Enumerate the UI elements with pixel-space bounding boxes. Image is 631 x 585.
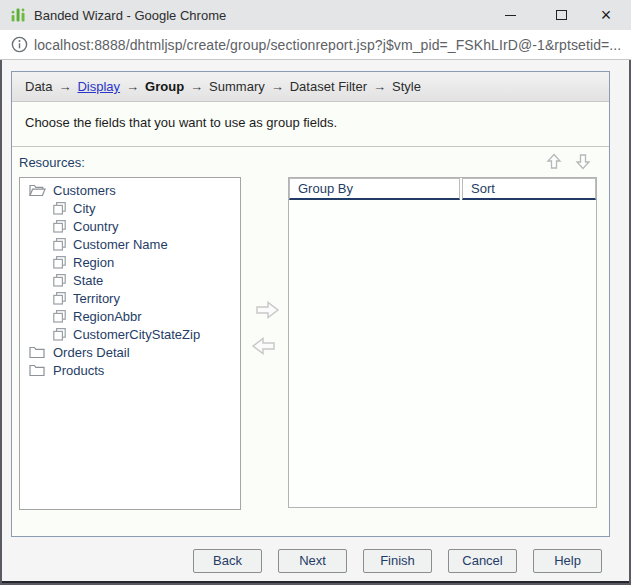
remove-group-arrow[interactable] [250, 336, 276, 356]
tree-node-label: Region [73, 255, 114, 270]
resources-tree: Customers City Country [19, 177, 241, 510]
tree-node-state[interactable]: State [20, 271, 240, 289]
step-group: Group [145, 79, 184, 94]
window-title: Banded Wizard - Google Chrome [34, 0, 226, 30]
tree-node-country[interactable]: Country [20, 217, 240, 235]
folder-open-icon [29, 183, 46, 197]
tree-node-customercitystatezip[interactable]: CustomerCityStateZip [20, 325, 240, 343]
breadcrumb-arrow: → [190, 79, 203, 94]
breadcrumb-arrow: → [373, 79, 386, 94]
browser-popup-window: Banded Wizard - Google Chrome × localhos… [0, 0, 631, 585]
wizard-dialog: Data→Display→Group→Summary→Dataset Filte… [11, 71, 610, 537]
field-icon [53, 328, 66, 341]
field-icon [53, 292, 66, 305]
next-button[interactable]: Next [278, 549, 347, 573]
group-by-panel: Group By Sort [288, 177, 597, 508]
maximize-button[interactable] [538, 0, 584, 30]
close-icon: × [601, 6, 612, 24]
tree-node-label: CustomerCityStateZip [73, 327, 200, 342]
tree-node-label: Country [73, 219, 119, 234]
group-table-header: Group By Sort [289, 178, 596, 200]
maximize-icon [556, 10, 567, 20]
tree-node-region[interactable]: Region [20, 253, 240, 271]
help-button[interactable]: Help [533, 549, 602, 573]
tree-node-customers[interactable]: Customers [20, 181, 240, 199]
title-bar: Banded Wizard - Google Chrome × [0, 0, 631, 30]
info-icon[interactable] [11, 36, 28, 53]
tree-node-label: Customers [53, 183, 116, 198]
back-button[interactable]: Back [193, 549, 262, 573]
column-header-sort: Sort [462, 178, 596, 200]
add-group-arrow[interactable] [255, 300, 281, 320]
minimize-icon [505, 15, 516, 16]
field-icon [53, 256, 66, 269]
move-down-arrow[interactable] [575, 153, 591, 170]
field-icon [53, 274, 66, 287]
tree-node-city[interactable]: City [20, 199, 240, 217]
breadcrumb-arrow: → [126, 79, 139, 94]
field-icon [53, 238, 66, 251]
field-icon [53, 220, 66, 233]
folder-closed-icon [29, 363, 46, 377]
step-dataset-filter: Dataset Filter [290, 79, 367, 94]
breadcrumb-arrow: → [271, 79, 284, 94]
tree-node-orders-detail[interactable]: Orders Detail [20, 343, 240, 361]
field-icon [53, 310, 66, 323]
tree-node-label: State [73, 273, 103, 288]
tree-node-label: Orders Detail [53, 345, 130, 360]
minimize-button[interactable] [487, 0, 533, 30]
breadcrumb-arrow: → [58, 79, 71, 94]
tree-node-regionabbr[interactable]: RegionAbbr [20, 307, 240, 325]
app-logo-icon [10, 7, 26, 23]
tree-node-territory[interactable]: Territory [20, 289, 240, 307]
finish-button[interactable]: Finish [363, 549, 432, 573]
tree-node-label: City [73, 201, 95, 216]
field-icon [53, 202, 66, 215]
tree-node-label: Products [53, 363, 104, 378]
tree-node-label: Territory [73, 291, 120, 306]
cancel-button[interactable]: Cancel [448, 549, 517, 573]
group-step-body: Resources: Customers [12, 147, 609, 535]
step-summary: Summary [209, 79, 265, 94]
step-style: Style [392, 79, 421, 94]
resources-label: Resources: [19, 155, 85, 170]
tree-node-label: Customer Name [73, 237, 168, 252]
tree-node-label: RegionAbbr [73, 309, 142, 324]
address-bar[interactable]: localhost:8888/dhtmljsp/create/group/sec… [0, 30, 631, 60]
step-description: Choose the fields that you want to use a… [12, 102, 609, 147]
breadcrumb: Data→Display→Group→Summary→Dataset Filte… [12, 72, 609, 102]
column-header-group-by: Group By [289, 178, 460, 200]
close-button[interactable]: × [583, 0, 629, 30]
step-display[interactable]: Display [77, 79, 120, 94]
step-data: Data [25, 79, 52, 94]
url-text[interactable]: localhost:8888/dhtmljsp/create/group/sec… [34, 30, 621, 59]
tree-node-customer-name[interactable]: Customer Name [20, 235, 240, 253]
move-up-arrow[interactable] [546, 153, 562, 170]
folder-closed-icon [29, 345, 46, 359]
tree-node-products[interactable]: Products [20, 361, 240, 379]
